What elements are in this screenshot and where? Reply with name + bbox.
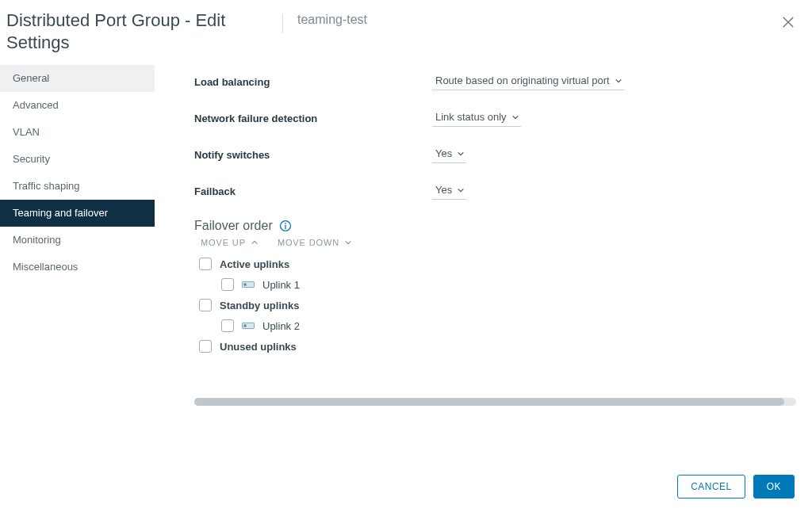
move-down-button[interactable]: MOVE DOWN [278, 238, 352, 247]
title-separator [282, 14, 283, 33]
uplink-item[interactable]: Uplink 1 [199, 274, 796, 295]
move-up-label: MOVE UP [201, 238, 246, 247]
sidebar-item-advanced[interactable]: Advanced [0, 92, 155, 119]
svg-rect-8 [243, 324, 246, 327]
move-controls: MOVE UP MOVE DOWN [194, 238, 796, 247]
group-standby-uplinks[interactable]: Standby uplinks [199, 295, 796, 315]
row-load-balancing: Load balancing Route based on originatin… [194, 73, 796, 90]
uplink-icon [242, 321, 255, 330]
dialog-subtitle: teaming-test [297, 13, 367, 27]
label-load-balancing: Load balancing [194, 76, 432, 88]
sidebar-item-monitoring[interactable]: Monitoring [0, 227, 155, 254]
sidebar-item-label: Miscellaneous [13, 261, 78, 273]
dialog-footer: CANCEL OK [0, 465, 812, 508]
sidebar-item-traffic-shaping[interactable]: Traffic shaping [0, 173, 155, 200]
checkbox[interactable] [221, 278, 234, 291]
move-down-label: MOVE DOWN [278, 238, 339, 247]
heading-text: Failover order [194, 219, 273, 233]
sidebar-item-label: Advanced [13, 99, 59, 111]
checkbox[interactable] [199, 258, 212, 270]
dialog-title: Distributed Port Group - Edit Settings [6, 10, 268, 53]
label-network-failure-detection: Network failure detection [194, 113, 432, 124]
label-notify-switches: Notify switches [194, 149, 432, 161]
sidebar-item-vlan[interactable]: VLAN [0, 119, 155, 146]
row-failback: Failback Yes [194, 182, 796, 200]
select-notify-switches[interactable]: Yes [432, 146, 466, 163]
group-label: Unused uplinks [220, 341, 297, 353]
content: Load balancing Route based on originatin… [155, 57, 812, 463]
uplink-label: Uplink 2 [262, 320, 300, 332]
uplink-item[interactable]: Uplink 2 [199, 315, 796, 336]
row-notify-switches: Notify switches Yes [194, 146, 796, 163]
scrollbar-thumb[interactable] [194, 398, 784, 406]
sidebar: General Advanced VLAN Security Traffic s… [0, 57, 155, 463]
label-failback: Failback [194, 185, 432, 197]
sidebar-item-label: Security [13, 153, 50, 165]
chevron-down-icon [615, 77, 622, 85]
select-value: Yes [435, 184, 452, 196]
group-label: Active uplinks [220, 258, 289, 270]
sidebar-item-label: Monitoring [13, 234, 61, 246]
cancel-button[interactable]: CANCEL [677, 475, 745, 498]
group-unused-uplinks[interactable]: Unused uplinks [199, 336, 796, 357]
ok-button[interactable]: OK [753, 475, 795, 498]
chevron-down-icon [457, 150, 465, 158]
sidebar-item-general[interactable]: General [0, 65, 155, 92]
dialog-body: General Advanced VLAN Security Traffic s… [0, 57, 812, 463]
sidebar-item-label: VLAN [13, 126, 40, 138]
dialog-header: Distributed Port Group - Edit Settings t… [0, 0, 812, 57]
checkbox[interactable] [199, 340, 212, 353]
group-label: Standby uplinks [220, 300, 299, 311]
chevron-up-icon [251, 239, 259, 246]
checkbox[interactable] [221, 319, 234, 332]
row-network-failure-detection: Network failure detection Link status on… [194, 109, 796, 127]
sidebar-item-miscellaneous[interactable]: Miscellaneous [0, 254, 155, 281]
uplink-label: Uplink 1 [262, 279, 300, 291]
sidebar-item-label: Teaming and failover [13, 207, 108, 219]
button-label: OK [767, 481, 781, 492]
select-network-failure-detection[interactable]: Link status only [432, 109, 521, 127]
svg-point-4 [285, 223, 286, 224]
chevron-down-icon [511, 113, 519, 121]
select-value: Link status only [435, 111, 507, 123]
sidebar-item-label: General [13, 72, 49, 84]
sidebar-item-security[interactable]: Security [0, 146, 155, 173]
svg-rect-6 [243, 283, 246, 285]
info-icon[interactable] [279, 220, 292, 232]
chevron-down-icon [344, 239, 352, 246]
move-up-button[interactable]: MOVE UP [201, 238, 259, 247]
select-value: Yes [435, 147, 452, 159]
select-failback[interactable]: Yes [432, 182, 466, 200]
uplink-icon [242, 280, 255, 289]
group-active-uplinks[interactable]: Active uplinks [199, 254, 796, 274]
select-value: Route based on originating virtual port [435, 74, 610, 86]
failover-order-heading: Failover order [194, 219, 796, 233]
sidebar-item-label: Traffic shaping [13, 180, 80, 192]
sidebar-item-teaming-failover[interactable]: Teaming and failover [0, 200, 155, 227]
select-load-balancing[interactable]: Route based on originating virtual port [432, 73, 624, 90]
failover-tree: Active uplinks Uplink 1 Standby uplinks … [194, 254, 796, 357]
chevron-down-icon [457, 186, 465, 194]
checkbox[interactable] [199, 299, 212, 311]
horizontal-scrollbar[interactable] [194, 398, 796, 406]
button-label: CANCEL [691, 481, 732, 492]
close-icon[interactable] [780, 14, 796, 30]
